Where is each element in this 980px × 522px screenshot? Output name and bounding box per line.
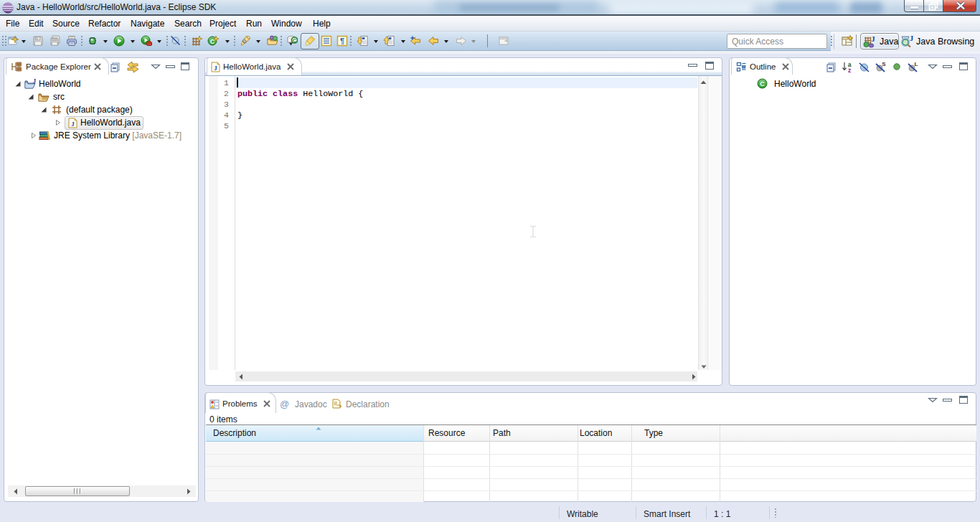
svg-text:J: J: [214, 65, 217, 72]
svg-text:J: J: [33, 78, 37, 85]
svg-text:C: C: [760, 80, 765, 87]
svg-text:¶: ¶: [340, 37, 344, 45]
svg-text:J: J: [871, 35, 875, 43]
svg-text:J: J: [910, 35, 914, 42]
svg-text:z: z: [848, 67, 851, 73]
svg-text:L: L: [915, 61, 918, 67]
svg-text:C: C: [293, 37, 297, 44]
svg-text:J: J: [71, 120, 75, 128]
svg-text:S: S: [882, 61, 886, 67]
